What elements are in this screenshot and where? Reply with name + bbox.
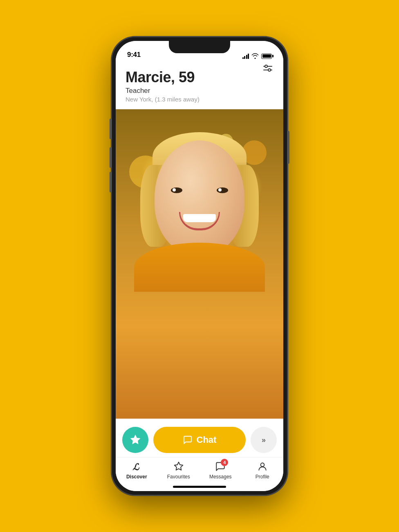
chat-button[interactable]: Chat [153, 427, 246, 453]
favourites-icon [173, 461, 184, 472]
signal-icon [242, 54, 249, 59]
profile-photo [116, 109, 283, 419]
favourites-label: Favourites [167, 474, 190, 480]
nav-item-profile[interactable]: Profile [248, 461, 277, 480]
phone-screen: 9:41 [116, 41, 283, 491]
profile-header: Marcie, 59 Teacher New York, (1.3 miles … [116, 61, 283, 109]
profile-name: Marcie, 59 [126, 69, 273, 86]
nav-item-favourites[interactable]: Favourites [164, 461, 193, 480]
discover-label: Discover [126, 474, 147, 480]
notch [169, 41, 230, 53]
svg-point-5 [260, 463, 264, 467]
star-icon [130, 434, 141, 446]
status-time: 9:41 [127, 51, 141, 59]
skip-icon: » [262, 436, 266, 444]
wifi-icon [251, 53, 259, 59]
messages-icon: 4 [215, 461, 226, 472]
battery-icon [261, 54, 272, 59]
messages-label: Messages [209, 474, 232, 480]
status-icons [242, 53, 272, 59]
svg-text:ℒ: ℒ [132, 462, 140, 472]
phone-frame: 9:41 [112, 37, 287, 495]
svg-point-1 [265, 65, 267, 68]
svg-point-3 [268, 69, 271, 71]
home-indicator [173, 486, 226, 488]
messages-badge: 4 [221, 459, 228, 466]
profile-occupation: Teacher [126, 87, 273, 95]
nav-item-discover[interactable]: ℒ Discover [122, 461, 151, 480]
discover-icon: ℒ [131, 461, 142, 472]
action-area: Chat » [116, 419, 283, 457]
favourite-button[interactable] [122, 427, 148, 453]
skip-button[interactable]: » [251, 427, 277, 453]
filter-icon [262, 65, 273, 74]
chat-bubble-icon [183, 435, 193, 445]
profile-icon [257, 461, 268, 472]
nav-item-messages[interactable]: 4 Messages [206, 461, 235, 480]
chat-label: Chat [197, 435, 217, 445]
filter-button[interactable] [262, 65, 273, 75]
profile-location: New York, (1.3 miles away) [126, 96, 273, 103]
profile-label: Profile [256, 474, 269, 480]
